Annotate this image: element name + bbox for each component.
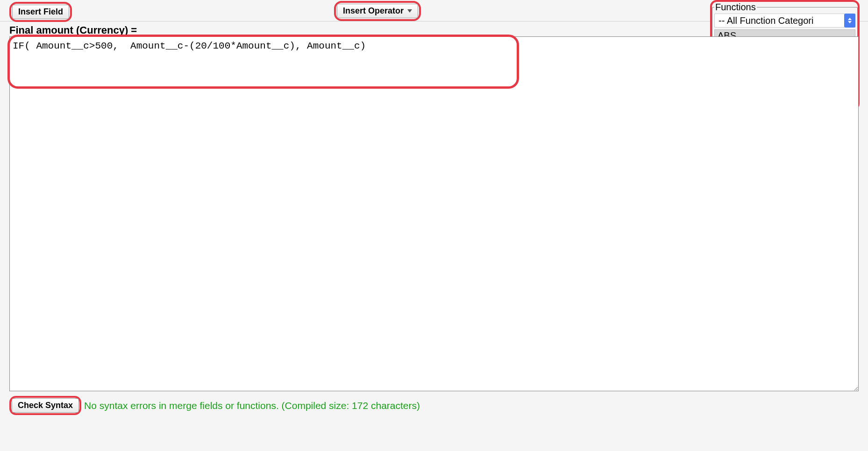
insert-operator-button[interactable]: Insert Operator bbox=[337, 4, 418, 18]
function-category-select[interactable]: -- All Function Categori bbox=[714, 14, 855, 28]
insert-operator-highlight: Insert Operator bbox=[334, 1, 421, 21]
insert-field-highlight: Insert Field bbox=[9, 2, 72, 22]
functions-title: Functions bbox=[714, 2, 757, 13]
check-syntax-button[interactable]: Check Syntax bbox=[12, 398, 79, 413]
insert-operator-label: Insert Operator bbox=[343, 6, 404, 16]
insert-field-button[interactable]: Insert Field bbox=[12, 5, 69, 19]
check-syntax-highlight: Check Syntax bbox=[9, 396, 81, 415]
syntax-message: No syntax errors in merge fields or func… bbox=[84, 400, 420, 411]
formula-textarea[interactable] bbox=[9, 36, 859, 391]
chevron-down-icon bbox=[407, 9, 412, 13]
